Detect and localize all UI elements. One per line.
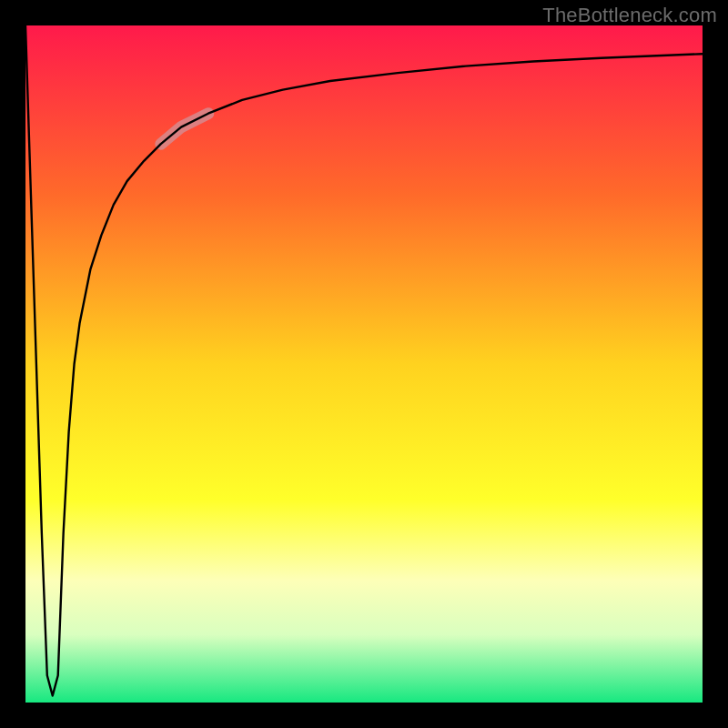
plot-area	[25, 25, 703, 703]
gradient-background	[25, 25, 703, 703]
watermark-text: TheBottleneck.com	[542, 4, 717, 27]
chart-svg	[25, 25, 703, 703]
chart-frame: TheBottleneck.com	[0, 0, 728, 728]
